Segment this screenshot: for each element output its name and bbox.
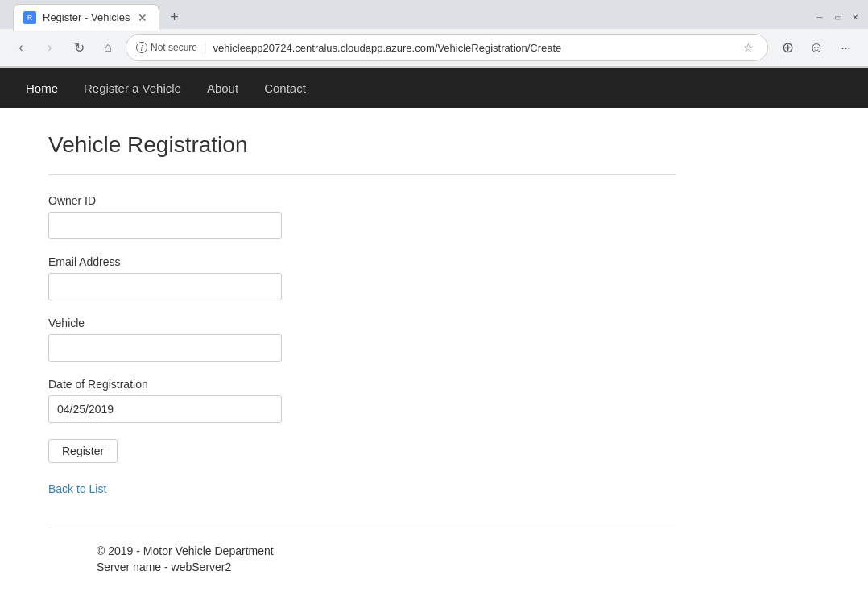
forward-button[interactable]: › [39, 36, 61, 59]
owner-id-label: Owner ID [48, 194, 676, 207]
tab-favicon: R [23, 11, 36, 24]
title-bar: R Register - Vehicles ✕ + ─ ▭ ✕ [0, 0, 868, 29]
browser-chrome: R Register - Vehicles ✕ + ─ ▭ ✕ ‹ › ↻ ⌂ … [0, 0, 868, 68]
vehicle-label: Vehicle [48, 317, 676, 329]
security-label: Not secure [151, 42, 197, 53]
minimize-button[interactable]: ─ [813, 10, 826, 23]
site-nav: Home Register a Vehicle About Contact [0, 68, 868, 108]
back-button[interactable]: ‹ [10, 36, 32, 59]
vehicle-input[interactable] [48, 334, 282, 362]
close-button[interactable]: ✕ [849, 10, 862, 23]
nav-home[interactable]: Home [13, 68, 71, 108]
tab-title: Register - Vehicles [43, 11, 130, 23]
new-tab-button[interactable]: + [163, 6, 185, 29]
footer-copyright: © 2019 - Motor Vehicle Department [97, 544, 628, 557]
email-group: Email Address [48, 255, 676, 300]
page-title: Vehicle Registration [48, 132, 676, 158]
back-to-list-link[interactable]: Back to List [48, 482, 106, 495]
home-button[interactable]: ⌂ [97, 36, 119, 59]
favicon-letter: R [27, 14, 33, 22]
footer-server: Server name - webServer2 [97, 561, 628, 573]
date-group: Date of Registration [48, 378, 676, 423]
url-text[interactable]: vehicleapp20724.centralus.cloudapp.azure… [213, 42, 732, 54]
email-label: Email Address [48, 255, 676, 268]
email-input[interactable] [48, 273, 282, 300]
info-icon: i [136, 42, 147, 53]
maximize-button[interactable]: ▭ [831, 10, 844, 23]
window-controls: ─ ▭ ✕ [813, 10, 862, 23]
account-button[interactable]: ☺ [804, 35, 829, 60]
url-actions: ☆ [738, 38, 758, 57]
tabs-bar: R Register - Vehicles ✕ + [6, 4, 192, 31]
registration-form: Owner ID Email Address Vehicle Date of R… [48, 194, 676, 482]
url-divider: | [204, 42, 206, 54]
nav-register-vehicle[interactable]: Register a Vehicle [71, 68, 194, 108]
site-footer: © 2019 - Motor Vehicle Department Server… [48, 528, 676, 593]
browser-actions: ⊕ ☺ ··· [775, 35, 858, 60]
url-bar[interactable]: i Not secure | vehicleapp20724.centralus… [126, 34, 768, 61]
owner-id-input[interactable] [48, 212, 282, 239]
active-tab[interactable]: R Register - Vehicles ✕ [13, 4, 159, 31]
header-divider [48, 174, 676, 175]
vehicle-group: Vehicle [48, 317, 676, 362]
address-bar: ‹ › ↻ ⌂ i Not secure | vehicleapp20724.c… [0, 29, 868, 67]
refresh-button[interactable]: ↻ [68, 36, 90, 59]
page-content: Vehicle Registration Owner ID Email Addr… [0, 108, 725, 596]
menu-button[interactable]: ··· [833, 35, 858, 60]
bookmark-button[interactable]: ☆ [738, 38, 758, 57]
extensions-button[interactable]: ⊕ [775, 35, 800, 60]
tab-close-button[interactable]: ✕ [136, 11, 149, 24]
owner-id-group: Owner ID [48, 194, 676, 239]
back-link-container: Back to List [48, 482, 676, 495]
register-button[interactable]: Register [48, 439, 118, 463]
nav-about[interactable]: About [194, 68, 251, 108]
nav-contact[interactable]: Contact [251, 68, 319, 108]
security-indicator: i Not secure [136, 42, 197, 53]
date-input[interactable] [48, 395, 282, 423]
date-label: Date of Registration [48, 378, 676, 391]
